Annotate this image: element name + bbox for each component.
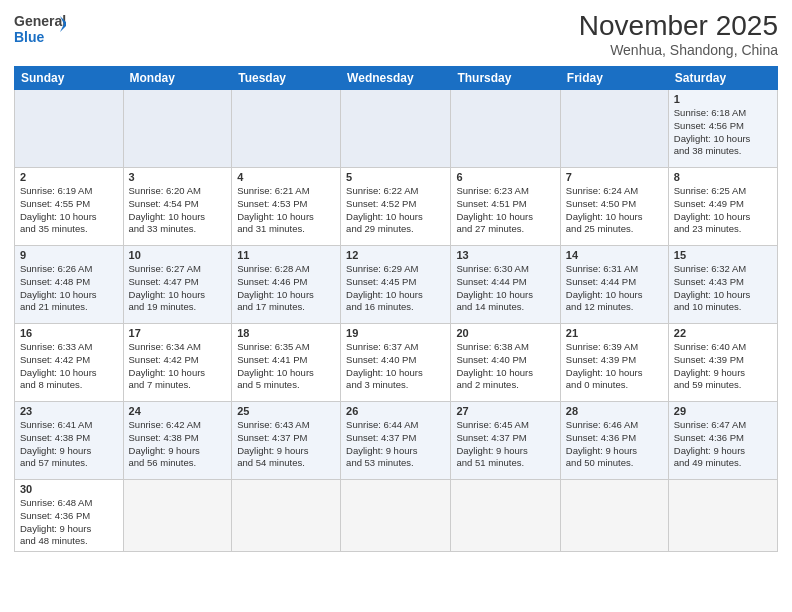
calendar-day-cell: 2Sunrise: 6:19 AMSunset: 4:55 PMDaylight… — [15, 168, 124, 246]
col-thursday: Thursday — [451, 67, 560, 90]
day-number: 23 — [20, 405, 118, 417]
calendar-day-cell: 20Sunrise: 6:38 AMSunset: 4:40 PMDayligh… — [451, 324, 560, 402]
calendar-day-cell — [451, 90, 560, 168]
logo: General Blue — [14, 10, 66, 48]
day-info: Sunrise: 6:22 AMSunset: 4:52 PMDaylight:… — [346, 185, 445, 236]
calendar-day-cell — [232, 90, 341, 168]
day-info: Sunrise: 6:44 AMSunset: 4:37 PMDaylight:… — [346, 419, 445, 470]
calendar-day-cell: 4Sunrise: 6:21 AMSunset: 4:53 PMDaylight… — [232, 168, 341, 246]
day-info: Sunrise: 6:34 AMSunset: 4:42 PMDaylight:… — [129, 341, 227, 392]
calendar-week-row: 16Sunrise: 6:33 AMSunset: 4:42 PMDayligh… — [15, 324, 778, 402]
day-number: 11 — [237, 249, 335, 261]
calendar-day-cell: 18Sunrise: 6:35 AMSunset: 4:41 PMDayligh… — [232, 324, 341, 402]
day-info: Sunrise: 6:35 AMSunset: 4:41 PMDaylight:… — [237, 341, 335, 392]
calendar-day-cell: 14Sunrise: 6:31 AMSunset: 4:44 PMDayligh… — [560, 246, 668, 324]
calendar-day-cell: 15Sunrise: 6:32 AMSunset: 4:43 PMDayligh… — [668, 246, 777, 324]
calendar-day-cell: 6Sunrise: 6:23 AMSunset: 4:51 PMDaylight… — [451, 168, 560, 246]
day-info: Sunrise: 6:27 AMSunset: 4:47 PMDaylight:… — [129, 263, 227, 314]
col-wednesday: Wednesday — [341, 67, 451, 90]
day-number: 18 — [237, 327, 335, 339]
svg-text:General: General — [14, 13, 66, 29]
day-number: 24 — [129, 405, 227, 417]
calendar-day-cell: 10Sunrise: 6:27 AMSunset: 4:47 PMDayligh… — [123, 246, 232, 324]
day-info: Sunrise: 6:25 AMSunset: 4:49 PMDaylight:… — [674, 185, 772, 236]
day-number: 8 — [674, 171, 772, 183]
day-info: Sunrise: 6:23 AMSunset: 4:51 PMDaylight:… — [456, 185, 554, 236]
day-info: Sunrise: 6:20 AMSunset: 4:54 PMDaylight:… — [129, 185, 227, 236]
day-info: Sunrise: 6:31 AMSunset: 4:44 PMDaylight:… — [566, 263, 663, 314]
day-number: 25 — [237, 405, 335, 417]
day-info: Sunrise: 6:28 AMSunset: 4:46 PMDaylight:… — [237, 263, 335, 314]
day-number: 4 — [237, 171, 335, 183]
day-number: 5 — [346, 171, 445, 183]
day-info: Sunrise: 6:19 AMSunset: 4:55 PMDaylight:… — [20, 185, 118, 236]
day-number: 22 — [674, 327, 772, 339]
calendar-day-cell: 30Sunrise: 6:48 AMSunset: 4:36 PMDayligh… — [15, 480, 124, 552]
day-info: Sunrise: 6:46 AMSunset: 4:36 PMDaylight:… — [566, 419, 663, 470]
calendar-day-cell: 28Sunrise: 6:46 AMSunset: 4:36 PMDayligh… — [560, 402, 668, 480]
calendar-day-cell: 29Sunrise: 6:47 AMSunset: 4:36 PMDayligh… — [668, 402, 777, 480]
calendar-day-cell: 7Sunrise: 6:24 AMSunset: 4:50 PMDaylight… — [560, 168, 668, 246]
calendar-week-row: 30Sunrise: 6:48 AMSunset: 4:36 PMDayligh… — [15, 480, 778, 552]
day-number: 21 — [566, 327, 663, 339]
calendar-day-cell — [451, 480, 560, 552]
calendar-header-row: Sunday Monday Tuesday Wednesday Thursday… — [15, 67, 778, 90]
day-info: Sunrise: 6:41 AMSunset: 4:38 PMDaylight:… — [20, 419, 118, 470]
col-friday: Friday — [560, 67, 668, 90]
day-info: Sunrise: 6:48 AMSunset: 4:36 PMDaylight:… — [20, 497, 118, 548]
calendar-day-cell: 26Sunrise: 6:44 AMSunset: 4:37 PMDayligh… — [341, 402, 451, 480]
calendar-day-cell: 12Sunrise: 6:29 AMSunset: 4:45 PMDayligh… — [341, 246, 451, 324]
calendar-day-cell: 25Sunrise: 6:43 AMSunset: 4:37 PMDayligh… — [232, 402, 341, 480]
calendar-day-cell — [341, 90, 451, 168]
calendar-day-cell: 1Sunrise: 6:18 AMSunset: 4:56 PMDaylight… — [668, 90, 777, 168]
day-number: 13 — [456, 249, 554, 261]
calendar-week-row: 9Sunrise: 6:26 AMSunset: 4:48 PMDaylight… — [15, 246, 778, 324]
day-number: 15 — [674, 249, 772, 261]
day-number: 14 — [566, 249, 663, 261]
calendar-day-cell — [560, 480, 668, 552]
day-number: 26 — [346, 405, 445, 417]
day-info: Sunrise: 6:33 AMSunset: 4:42 PMDaylight:… — [20, 341, 118, 392]
day-number: 29 — [674, 405, 772, 417]
day-number: 7 — [566, 171, 663, 183]
day-info: Sunrise: 6:45 AMSunset: 4:37 PMDaylight:… — [456, 419, 554, 470]
day-info: Sunrise: 6:42 AMSunset: 4:38 PMDaylight:… — [129, 419, 227, 470]
day-info: Sunrise: 6:26 AMSunset: 4:48 PMDaylight:… — [20, 263, 118, 314]
col-saturday: Saturday — [668, 67, 777, 90]
day-number: 19 — [346, 327, 445, 339]
calendar-day-cell — [15, 90, 124, 168]
day-info: Sunrise: 6:29 AMSunset: 4:45 PMDaylight:… — [346, 263, 445, 314]
calendar-day-cell: 27Sunrise: 6:45 AMSunset: 4:37 PMDayligh… — [451, 402, 560, 480]
day-number: 2 — [20, 171, 118, 183]
calendar-day-cell: 9Sunrise: 6:26 AMSunset: 4:48 PMDaylight… — [15, 246, 124, 324]
calendar-day-cell — [123, 90, 232, 168]
day-info: Sunrise: 6:32 AMSunset: 4:43 PMDaylight:… — [674, 263, 772, 314]
day-number: 6 — [456, 171, 554, 183]
calendar-day-cell: 13Sunrise: 6:30 AMSunset: 4:44 PMDayligh… — [451, 246, 560, 324]
generalblue-logo-icon: General Blue — [14, 10, 66, 48]
month-title: November 2025 — [579, 10, 778, 42]
day-number: 1 — [674, 93, 772, 105]
day-info: Sunrise: 6:21 AMSunset: 4:53 PMDaylight:… — [237, 185, 335, 236]
calendar-week-row: 23Sunrise: 6:41 AMSunset: 4:38 PMDayligh… — [15, 402, 778, 480]
calendar-day-cell: 23Sunrise: 6:41 AMSunset: 4:38 PMDayligh… — [15, 402, 124, 480]
day-info: Sunrise: 6:30 AMSunset: 4:44 PMDaylight:… — [456, 263, 554, 314]
calendar-day-cell — [560, 90, 668, 168]
day-info: Sunrise: 6:47 AMSunset: 4:36 PMDaylight:… — [674, 419, 772, 470]
calendar-day-cell — [668, 480, 777, 552]
calendar-day-cell: 17Sunrise: 6:34 AMSunset: 4:42 PMDayligh… — [123, 324, 232, 402]
location: Wenhua, Shandong, China — [579, 42, 778, 58]
calendar-day-cell — [123, 480, 232, 552]
day-info: Sunrise: 6:39 AMSunset: 4:39 PMDaylight:… — [566, 341, 663, 392]
calendar-day-cell: 21Sunrise: 6:39 AMSunset: 4:39 PMDayligh… — [560, 324, 668, 402]
day-number: 30 — [20, 483, 118, 495]
svg-text:Blue: Blue — [14, 29, 45, 45]
day-number: 27 — [456, 405, 554, 417]
calendar-day-cell: 8Sunrise: 6:25 AMSunset: 4:49 PMDaylight… — [668, 168, 777, 246]
header: General Blue November 2025 Wenhua, Shand… — [14, 10, 778, 58]
calendar-day-cell: 22Sunrise: 6:40 AMSunset: 4:39 PMDayligh… — [668, 324, 777, 402]
calendar-day-cell: 11Sunrise: 6:28 AMSunset: 4:46 PMDayligh… — [232, 246, 341, 324]
calendar-week-row: 2Sunrise: 6:19 AMSunset: 4:55 PMDaylight… — [15, 168, 778, 246]
calendar-week-row: 1Sunrise: 6:18 AMSunset: 4:56 PMDaylight… — [15, 90, 778, 168]
col-monday: Monday — [123, 67, 232, 90]
